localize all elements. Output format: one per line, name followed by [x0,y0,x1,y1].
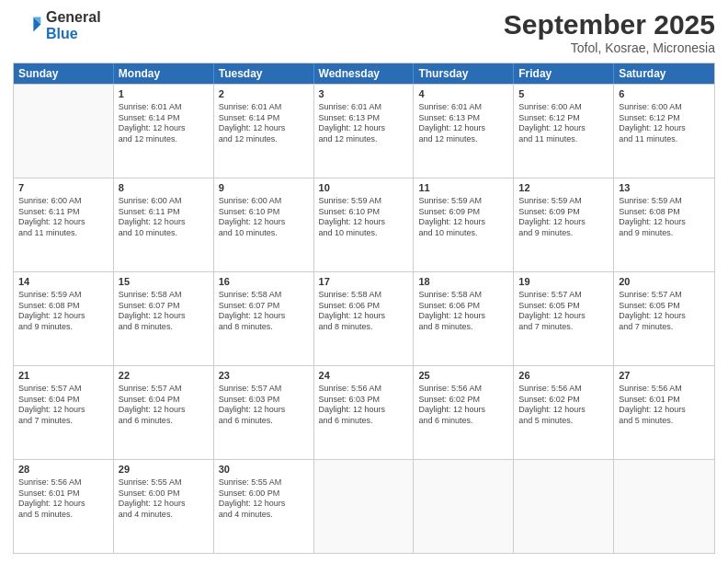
cell-info: Sunrise: 5:56 AM Sunset: 6:03 PM Dayligh… [319,384,409,427]
calendar-cell: 4Sunrise: 6:01 AM Sunset: 6:13 PM Daylig… [414,85,514,178]
calendar-cell: 3Sunrise: 6:01 AM Sunset: 6:13 PM Daylig… [314,85,415,178]
calendar-cell [14,85,114,178]
calendar-cell: 7Sunrise: 6:00 AM Sunset: 6:11 PM Daylig… [14,178,114,271]
cell-info: Sunrise: 5:55 AM Sunset: 6:00 PM Dayligh… [219,477,309,521]
header-day-saturday: Saturday [614,63,714,84]
day-number: 17 [319,275,409,289]
day-number: 9 [219,181,309,195]
calendar-cell: 16Sunrise: 5:58 AM Sunset: 6:07 PM Dayli… [214,272,314,365]
cell-info: Sunrise: 6:00 AM Sunset: 6:10 PM Dayligh… [219,196,309,239]
day-number: 14 [18,275,108,289]
day-number: 27 [619,369,710,383]
calendar-row-1: 7Sunrise: 6:00 AM Sunset: 6:11 PM Daylig… [14,178,714,271]
header-day-tuesday: Tuesday [214,63,314,84]
calendar-cell: 22Sunrise: 5:57 AM Sunset: 6:04 PM Dayli… [114,366,214,459]
calendar-cell [414,460,514,553]
calendar-cell: 24Sunrise: 5:56 AM Sunset: 6:03 PM Dayli… [314,366,415,459]
header-day-monday: Monday [114,63,214,84]
cell-info: Sunrise: 5:56 AM Sunset: 6:01 PM Dayligh… [619,384,710,427]
calendar-row-2: 14Sunrise: 5:59 AM Sunset: 6:08 PM Dayli… [14,271,714,365]
cell-info: Sunrise: 5:57 AM Sunset: 6:03 PM Dayligh… [219,384,309,427]
calendar-cell: 1Sunrise: 6:01 AM Sunset: 6:14 PM Daylig… [114,85,214,178]
cell-info: Sunrise: 6:00 AM Sunset: 6:12 PM Dayligh… [619,102,710,145]
day-number: 4 [418,87,508,101]
day-number: 13 [619,181,710,195]
day-number: 3 [319,87,409,101]
day-number: 16 [219,275,309,289]
day-number: 18 [418,275,508,289]
cell-info: Sunrise: 5:56 AM Sunset: 6:02 PM Dayligh… [518,384,609,427]
cell-info: Sunrise: 6:01 AM Sunset: 6:13 PM Dayligh… [319,102,409,145]
calendar: SundayMondayTuesdayWednesdayThursdayFrid… [13,63,715,554]
cell-info: Sunrise: 5:59 AM Sunset: 6:09 PM Dayligh… [518,196,609,239]
calendar-cell: 5Sunrise: 6:00 AM Sunset: 6:12 PM Daylig… [514,85,614,178]
day-number: 26 [518,369,609,383]
title-block: September 2025 Tofol, Kosrae, Micronesia [504,9,715,55]
day-number: 25 [418,369,508,383]
logo-text: General Blue [46,9,101,42]
calendar-cell: 15Sunrise: 5:58 AM Sunset: 6:07 PM Dayli… [114,272,214,365]
cell-info: Sunrise: 5:59 AM Sunset: 6:08 PM Dayligh… [18,290,108,333]
day-number: 22 [119,369,209,383]
header-day-sunday: Sunday [14,63,114,84]
cell-info: Sunrise: 5:57 AM Sunset: 6:04 PM Dayligh… [119,384,209,427]
day-number: 28 [18,463,108,477]
day-number: 12 [518,181,609,195]
cell-info: Sunrise: 5:55 AM Sunset: 6:00 PM Dayligh… [119,477,209,521]
cell-info: Sunrise: 5:56 AM Sunset: 6:01 PM Dayligh… [18,477,108,521]
calendar-cell [314,460,415,553]
header: General Blue September 2025 Tofol, Kosra… [13,9,715,55]
calendar-header: SundayMondayTuesdayWednesdayThursdayFrid… [14,63,714,84]
day-number: 8 [119,181,209,195]
calendar-cell: 28Sunrise: 5:56 AM Sunset: 6:01 PM Dayli… [14,460,114,553]
calendar-cell: 17Sunrise: 5:58 AM Sunset: 6:06 PM Dayli… [314,272,415,365]
calendar-cell: 14Sunrise: 5:59 AM Sunset: 6:08 PM Dayli… [14,272,114,365]
calendar-cell: 8Sunrise: 6:00 AM Sunset: 6:11 PM Daylig… [114,178,214,271]
day-number: 2 [219,87,309,101]
cell-info: Sunrise: 6:01 AM Sunset: 6:14 PM Dayligh… [119,102,209,145]
day-number: 21 [18,369,108,383]
header-day-friday: Friday [514,63,614,84]
calendar-cell: 13Sunrise: 5:59 AM Sunset: 6:08 PM Dayli… [614,178,714,271]
calendar-cell: 29Sunrise: 5:55 AM Sunset: 6:00 PM Dayli… [114,460,214,553]
cell-info: Sunrise: 5:59 AM Sunset: 6:10 PM Dayligh… [319,196,409,239]
header-day-wednesday: Wednesday [314,63,415,84]
day-number: 10 [319,181,409,195]
day-number: 24 [319,369,409,383]
calendar-cell: 30Sunrise: 5:55 AM Sunset: 6:00 PM Dayli… [214,460,314,553]
logo: General Blue [13,9,101,42]
calendar-cell: 19Sunrise: 5:57 AM Sunset: 6:05 PM Dayli… [514,272,614,365]
main-title: September 2025 [504,9,715,40]
calendar-cell: 27Sunrise: 5:56 AM Sunset: 6:01 PM Dayli… [614,366,714,459]
cell-info: Sunrise: 5:57 AM Sunset: 6:05 PM Dayligh… [518,290,609,333]
day-number: 1 [119,87,209,101]
cell-info: Sunrise: 5:57 AM Sunset: 6:05 PM Dayligh… [619,290,710,333]
calendar-cell: 23Sunrise: 5:57 AM Sunset: 6:03 PM Dayli… [214,366,314,459]
calendar-row-0: 1Sunrise: 6:01 AM Sunset: 6:14 PM Daylig… [14,84,714,178]
day-number: 30 [219,463,309,477]
cell-info: Sunrise: 5:58 AM Sunset: 6:07 PM Dayligh… [219,290,309,333]
day-number: 7 [18,181,108,195]
cell-info: Sunrise: 5:58 AM Sunset: 6:06 PM Dayligh… [418,290,508,333]
day-number: 20 [619,275,710,289]
cell-info: Sunrise: 6:00 AM Sunset: 6:11 PM Dayligh… [18,196,108,239]
day-number: 19 [518,275,609,289]
cell-info: Sunrise: 6:01 AM Sunset: 6:13 PM Dayligh… [418,102,508,145]
calendar-cell: 12Sunrise: 5:59 AM Sunset: 6:09 PM Dayli… [514,178,614,271]
day-number: 11 [418,181,508,195]
calendar-cell: 6Sunrise: 6:00 AM Sunset: 6:12 PM Daylig… [614,85,714,178]
calendar-cell: 11Sunrise: 5:59 AM Sunset: 6:09 PM Dayli… [414,178,514,271]
calendar-cell: 9Sunrise: 6:00 AM Sunset: 6:10 PM Daylig… [214,178,314,271]
header-day-thursday: Thursday [414,63,514,84]
calendar-body: 1Sunrise: 6:01 AM Sunset: 6:14 PM Daylig… [14,84,714,553]
day-number: 29 [119,463,209,477]
cell-info: Sunrise: 6:00 AM Sunset: 6:11 PM Dayligh… [119,196,209,239]
cell-info: Sunrise: 5:59 AM Sunset: 6:09 PM Dayligh… [418,196,508,239]
day-number: 15 [119,275,209,289]
calendar-cell: 26Sunrise: 5:56 AM Sunset: 6:02 PM Dayli… [514,366,614,459]
calendar-cell: 2Sunrise: 6:01 AM Sunset: 6:14 PM Daylig… [214,85,314,178]
calendar-row-3: 21Sunrise: 5:57 AM Sunset: 6:04 PM Dayli… [14,365,714,459]
calendar-row-4: 28Sunrise: 5:56 AM Sunset: 6:01 PM Dayli… [14,459,714,553]
subtitle: Tofol, Kosrae, Micronesia [504,40,715,55]
page: General Blue September 2025 Tofol, Kosra… [0,0,728,563]
